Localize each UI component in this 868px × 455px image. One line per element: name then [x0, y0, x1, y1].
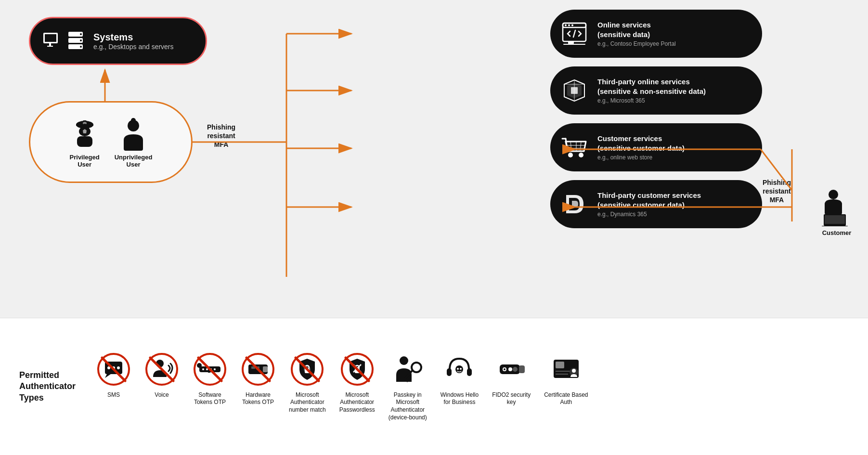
svg-point-101 [460, 368, 462, 370]
online-service-subtitle: e.g., Contoso Employee Portal [597, 40, 676, 47]
auth-fido2: FIDO2 securitykey [492, 352, 531, 406]
svg-rect-77 [263, 366, 268, 372]
svg-point-70 [202, 368, 204, 370]
thirdparty-customer-text: Third-party customer services(sensitive … [597, 191, 701, 218]
services-column: Online services(sensitive data) e.g., Co… [550, 10, 762, 228]
svg-point-39 [829, 190, 838, 199]
office-icon [561, 78, 587, 104]
auth-sms-label: SMS [107, 391, 120, 399]
auth-ms-number-label: MicrosoftAuthenticatornumber match [289, 391, 326, 414]
thirdparty-online-icon [560, 76, 589, 105]
cart-icon [560, 133, 589, 162]
customer-service-title: Customer services(sensitive customer dat… [597, 134, 685, 153]
authenticators-row: SMS Voice [96, 352, 849, 421]
auth-fido2-label: FIDO2 securitykey [492, 391, 531, 406]
svg-line-32 [570, 142, 571, 151]
privileged-user-label: PrivilegedUser [70, 154, 100, 168]
thirdparty-customer-title: Third-party customer services(sensitive … [597, 191, 701, 209]
auth-ms-number: MicrosoftAuthenticatornumber match [289, 352, 326, 414]
passkey-icon [390, 352, 425, 387]
online-service-title: Online services(sensitive data) [597, 20, 676, 39]
hardware-tokens-prohibited-icon [241, 352, 275, 387]
auth-software-tokens-label: SoftwareTokens OTP [194, 391, 226, 406]
svg-line-34 [580, 142, 581, 151]
software-tokens-prohibited-icon [193, 352, 227, 387]
customer-service-icon [560, 133, 589, 162]
fido2-icon [494, 352, 529, 387]
svg-line-26 [573, 30, 575, 37]
svg-rect-103 [519, 365, 525, 373]
auth-cert-label: Certificate BasedAuth [544, 391, 588, 406]
svg-rect-42 [822, 226, 848, 226]
systems-title: Systems [93, 32, 174, 43]
svg-point-25 [571, 25, 573, 26]
permitted-label: Permitted Authenticator Types [19, 370, 82, 403]
thirdparty-online-title: Third-party online services(sensitive & … [597, 77, 706, 96]
svg-point-67 [197, 363, 202, 368]
users-oval: PrivilegedUser UnprivilegedUser [29, 101, 193, 183]
svg-rect-98 [467, 368, 472, 376]
auth-passkey-label: Passkey inMicrosoftAuthenticator(device-… [389, 391, 427, 421]
cert-icon [549, 352, 583, 387]
svg-point-105 [508, 367, 512, 371]
auth-ms-passwordless-label: MicrosoftAuthenticatorPasswordless [339, 391, 375, 414]
dynamics-icon [561, 191, 587, 217]
svg-rect-27 [568, 41, 574, 44]
unprivileged-user-item: UnprivilegedUser [115, 116, 153, 168]
systems-box: Systems e.g., Desktops and servers [29, 17, 207, 65]
svg-point-92 [400, 356, 408, 365]
auth-passkey: Passkey inMicrosoftAuthenticator(device-… [389, 352, 427, 421]
svg-point-23 [565, 25, 567, 26]
auth-ms-passwordless: MicrosoftAuthenticatorPasswordless [339, 352, 375, 414]
svg-point-7 [80, 33, 82, 35]
code-icon [561, 21, 587, 47]
phishing-resistant-mfa-label-right: PhishingresistantMFA [763, 178, 791, 205]
systems-text: Systems e.g., Desktops and servers [93, 32, 174, 51]
service-customer: Customer services(sensitive customer dat… [550, 123, 762, 171]
auth-windows-hello: Windows Hellofor Business [440, 352, 479, 406]
svg-rect-2 [49, 43, 51, 46]
online-service-icon [560, 19, 589, 48]
ms-number-prohibited-icon [290, 352, 324, 387]
service-thirdparty-online: Third-party online services(sensitive & … [550, 66, 762, 115]
service-online: Online services(sensitive data) e.g., Co… [550, 10, 762, 58]
windows-hello-icon [442, 352, 477, 387]
auth-voice: Voice [144, 352, 179, 399]
svg-rect-3 [47, 46, 53, 47]
auth-cert: Certificate BasedAuth [544, 352, 588, 406]
customer-service-subtitle: e.g., online web store [597, 154, 685, 161]
svg-rect-109 [556, 362, 564, 368]
customer-icon [820, 188, 854, 226]
main-container: Systems e.g., Desktops and servers [0, 0, 868, 455]
customer-label: Customer [822, 229, 852, 236]
svg-rect-28 [563, 44, 585, 45]
svg-line-31 [566, 142, 568, 151]
privileged-user-item: PrivilegedUser [69, 116, 100, 168]
svg-point-24 [568, 25, 570, 26]
service-thirdparty-customer: Third-party customer services(sensitive … [550, 180, 762, 228]
thirdparty-customer-icon [560, 190, 589, 219]
unprivileged-user-icon [118, 116, 149, 151]
customer-figure: Customer [820, 188, 854, 236]
svg-point-100 [457, 368, 459, 370]
ms-passwordless-prohibited-icon [340, 352, 375, 387]
svg-point-20 [129, 121, 138, 130]
monitor-icon [42, 31, 63, 51]
svg-point-113 [572, 369, 576, 373]
svg-rect-17 [77, 136, 92, 147]
phishing-resistant-mfa-label-left: PhishingresistantMFA [207, 123, 235, 149]
bottom-section: Permitted Authenticator Types [0, 318, 868, 455]
privileged-user-icon [69, 116, 100, 151]
svg-rect-97 [447, 368, 452, 376]
svg-point-37 [568, 153, 573, 157]
thirdparty-online-text: Third-party online services(sensitive & … [597, 77, 706, 104]
customer-service-text: Customer services(sensitive customer dat… [597, 134, 685, 161]
sms-prohibited-icon [96, 352, 131, 387]
online-service-text: Online services(sensitive data) e.g., Co… [597, 20, 676, 47]
auth-hardware-tokens: HardwareTokens OTP [241, 352, 275, 406]
systems-subtitle: e.g., Desktops and servers [93, 43, 174, 51]
svg-point-38 [579, 153, 583, 157]
auth-voice-label: Voice [155, 391, 168, 399]
server-icon [67, 31, 85, 51]
svg-point-60 [117, 366, 120, 369]
